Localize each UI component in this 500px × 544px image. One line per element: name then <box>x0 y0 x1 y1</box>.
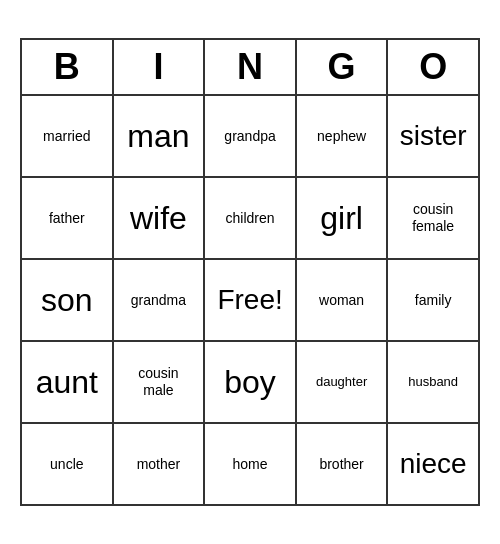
bingo-cell-1-4: cousinfemale <box>387 177 479 259</box>
cell-text-1-2: children <box>209 210 291 227</box>
cell-text-0-0: married <box>26 128 108 145</box>
cell-text-2-3: woman <box>301 292 382 309</box>
cell-text-4-0: uncle <box>26 456 108 473</box>
cell-text-2-1: grandma <box>118 292 200 309</box>
bingo-cell-1-2: children <box>204 177 296 259</box>
bingo-card: BINGO marriedmangrandpanephewsisterfathe… <box>20 38 480 506</box>
bingo-cell-1-1: wife <box>113 177 205 259</box>
bingo-cell-4-1: mother <box>113 423 205 505</box>
bingo-row-1: fatherwifechildrengirlcousinfemale <box>21 177 479 259</box>
bingo-cell-0-3: nephew <box>296 95 387 177</box>
cell-text-0-2: grandpa <box>209 128 291 145</box>
cell-text-1-3: girl <box>301 199 382 237</box>
cell-text-4-3: brother <box>301 456 382 473</box>
cell-text-4-1: mother <box>118 456 200 473</box>
bingo-row-3: auntcousinmaleboydaughterhusband <box>21 341 479 423</box>
cell-text-2-4: family <box>392 292 474 309</box>
bingo-cell-2-1: grandma <box>113 259 205 341</box>
bingo-letter-g: G <box>296 39 387 95</box>
cell-text-0-3: nephew <box>301 128 382 145</box>
bingo-cell-0-1: man <box>113 95 205 177</box>
cell-text-3-1: cousinmale <box>118 365 200 399</box>
bingo-cell-0-4: sister <box>387 95 479 177</box>
bingo-row-0: marriedmangrandpanephewsister <box>21 95 479 177</box>
bingo-cell-2-2: Free! <box>204 259 296 341</box>
bingo-cell-2-4: family <box>387 259 479 341</box>
cell-text-3-3: daughter <box>301 374 382 390</box>
bingo-cell-3-4: husband <box>387 341 479 423</box>
bingo-cell-4-3: brother <box>296 423 387 505</box>
bingo-cell-3-3: daughter <box>296 341 387 423</box>
cell-text-2-2: Free! <box>209 283 291 317</box>
cell-text-2-0: son <box>26 281 108 319</box>
bingo-cell-4-4: niece <box>387 423 479 505</box>
bingo-row-4: unclemotherhomebrotherniece <box>21 423 479 505</box>
bingo-cell-3-1: cousinmale <box>113 341 205 423</box>
bingo-letter-o: O <box>387 39 479 95</box>
cell-text-3-4: husband <box>392 374 474 390</box>
bingo-cell-0-0: married <box>21 95 113 177</box>
bingo-row-2: songrandmaFree!womanfamily <box>21 259 479 341</box>
bingo-cell-4-0: uncle <box>21 423 113 505</box>
cell-text-1-1: wife <box>118 199 200 237</box>
bingo-cell-3-2: boy <box>204 341 296 423</box>
bingo-cell-1-0: father <box>21 177 113 259</box>
bingo-cell-3-0: aunt <box>21 341 113 423</box>
cell-text-4-2: home <box>209 456 291 473</box>
bingo-cell-2-0: son <box>21 259 113 341</box>
cell-text-1-4: cousinfemale <box>392 201 474 235</box>
bingo-cell-4-2: home <box>204 423 296 505</box>
bingo-cell-1-3: girl <box>296 177 387 259</box>
bingo-letter-i: I <box>113 39 205 95</box>
bingo-cell-0-2: grandpa <box>204 95 296 177</box>
cell-text-1-0: father <box>26 210 108 227</box>
cell-text-0-1: man <box>118 117 200 155</box>
cell-text-0-4: sister <box>392 119 474 153</box>
cell-text-3-0: aunt <box>26 363 108 401</box>
bingo-header: BINGO <box>21 39 479 95</box>
bingo-cell-2-3: woman <box>296 259 387 341</box>
bingo-letter-n: N <box>204 39 296 95</box>
bingo-letter-b: B <box>21 39 113 95</box>
cell-text-4-4: niece <box>392 447 474 481</box>
cell-text-3-2: boy <box>209 363 291 401</box>
